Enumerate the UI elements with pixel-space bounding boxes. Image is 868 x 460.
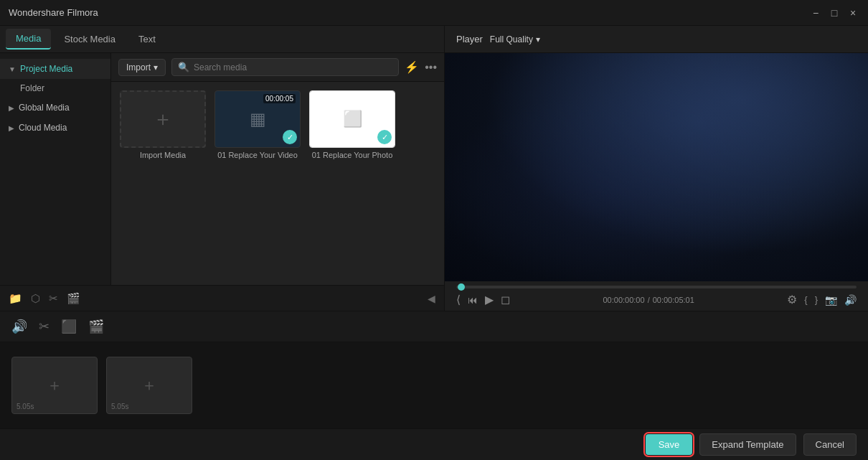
search-input[interactable] [194, 62, 392, 72]
controls-left: ⟨ ⏮ ▶ ◻ [456, 293, 510, 306]
tab-stock-media[interactable]: Stock Media [54, 29, 126, 49]
video-duration: 00:00:05 [263, 94, 296, 103]
arrow-global-media: ▶ [9, 104, 14, 112]
more-options-icon[interactable]: ••• [425, 61, 437, 74]
close-button[interactable]: × [846, 6, 859, 19]
clip2-plus-icon: ＋ [141, 375, 157, 396]
time-display: 00:00:00:00 / 00:00:05:01 [603, 296, 694, 304]
photo-frame-icon: ⬜ [343, 110, 362, 128]
sidebar-item-cloud-media[interactable]: ▶ Cloud Media [0, 118, 110, 138]
clip1-plus-icon: ＋ [47, 375, 62, 396]
sidebar-item-global-media[interactable]: ▶ Global Media [0, 98, 110, 118]
timeline-clip-2[interactable]: ＋ 5.05s [106, 357, 192, 414]
media-item-video[interactable]: 00:00:05 ▦ ✓ 01 Replace Your Video [214, 90, 301, 159]
plus-icon: ＋ [153, 105, 173, 133]
player-label: Player [456, 34, 483, 44]
media-item-import[interactable]: ＋ Import Media [120, 90, 206, 159]
app-title: Wondershare Filmora [9, 7, 98, 18]
search-icon: 🔍 [178, 62, 189, 72]
sidebar-label-cloud-media: Cloud Media [19, 123, 67, 133]
footer-icons: 📁 ⬡ ✂ 🎬 [9, 292, 80, 305]
collapse-button[interactable]: ◀ [428, 293, 435, 304]
player-header: Player Full Quality ▾ [445, 26, 868, 53]
import-media-label: Import Media [140, 151, 186, 159]
expand-template-button[interactable]: Expand Template [699, 433, 796, 456]
clip2-duration: 5.05s [111, 403, 128, 410]
timeline-clip-1[interactable]: ＋ 5.05s [11, 357, 98, 414]
photo-thumb: ⬜ ✓ [309, 90, 395, 148]
maximize-button[interactable]: □ [828, 6, 841, 19]
player-panel: Player Full Quality ▾ ⟨ ⏮ [445, 26, 868, 311]
tab-text[interactable]: Text [128, 29, 166, 49]
photo-check-badge: ✓ [377, 130, 392, 144]
bottom-bar: Save Expand Template Cancel [0, 428, 868, 460]
step-back-button[interactable]: ⟨ [456, 293, 461, 306]
import-button[interactable]: Import ▾ [118, 59, 166, 76]
top-section: Media Stock Media Text ▼ Project Media F… [0, 26, 868, 311]
motion-tool[interactable]: 🎬 [88, 319, 104, 334]
sidebar-item-project-media[interactable]: ▼ Project Media [0, 59, 110, 79]
player-video [445, 53, 868, 281]
settings-button[interactable]: ⚙ [787, 293, 797, 306]
play-button[interactable]: ▶ [485, 293, 494, 306]
import-arrow-icon: ▾ [154, 62, 158, 72]
filter-icon[interactable]: ⚡ [405, 60, 419, 74]
search-box: 🔍 [171, 58, 399, 76]
video-icon: ▦ [250, 109, 266, 129]
sidebar-label-project-media: Project Media [20, 64, 72, 74]
mark-out-button[interactable]: } [815, 294, 818, 305]
media-item-photo[interactable]: ⬜ ✓ 01 Replace Your Photo [309, 90, 395, 159]
crop-tool[interactable]: ⬛ [61, 319, 77, 334]
import-label: Import [126, 62, 151, 72]
save-button[interactable]: Save [646, 434, 693, 455]
audio-tool[interactable]: 🔊 [11, 319, 27, 334]
panel-content: ▼ Project Media Folder ▶ Global Media ▶ … [0, 53, 444, 285]
minimize-button[interactable]: − [809, 6, 822, 19]
media-toolbar: Import ▾ 🔍 ⚡ ••• [111, 53, 444, 82]
quality-selector[interactable]: Full Quality ▾ [490, 34, 540, 44]
volume-button[interactable]: 🔊 [844, 294, 857, 306]
video-thumb: 00:00:05 ▦ ✓ [214, 90, 301, 148]
media-toolbar-icons: ⚡ ••• [405, 60, 437, 74]
titlebar: Wondershare Filmora − □ × [0, 0, 868, 26]
arrow-cloud-media: ▶ [9, 124, 14, 132]
tab-media[interactable]: Media [6, 29, 51, 50]
controls-row: ⟨ ⏮ ▶ ◻ 00:00:00:00 / 00:00:05:01 ⚙ { } [456, 293, 857, 306]
left-panel: Media Stock Media Text ▼ Project Media F… [0, 26, 445, 311]
clip1-duration: 5.05s [16, 403, 34, 410]
window-controls: − □ × [809, 6, 859, 19]
player-controls: ⟨ ⏮ ▶ ◻ 00:00:00:00 / 00:00:05:01 ⚙ { } [445, 281, 868, 311]
photo-label: 01 Replace Your Photo [312, 151, 393, 159]
current-time: 00:00:00:00 [603, 296, 645, 304]
video-label: 01 Replace Your Video [217, 151, 298, 159]
sidebar-label-global-media: Global Media [19, 103, 70, 113]
mark-in-button[interactable]: { [804, 294, 807, 305]
add-smart-icon[interactable]: ⬡ [31, 292, 40, 305]
progress-bar[interactable] [456, 286, 857, 288]
quality-arrow-icon: ▾ [536, 34, 540, 44]
controls-right: ⚙ { } 📷 🔊 [787, 293, 857, 306]
main-container: Media Stock Media Text ▼ Project Media F… [0, 26, 868, 460]
panel-footer: 📁 ⬡ ✂ 🎬 ◀ [0, 285, 444, 311]
video-background [445, 53, 868, 281]
add-tag-icon[interactable]: ✂ [49, 292, 58, 305]
media-area: Import ▾ 🔍 ⚡ ••• [111, 53, 444, 285]
media-grid: ＋ Import Media 00:00:05 ▦ ✓ 01 Replace [111, 82, 444, 285]
cancel-button[interactable]: Cancel [803, 433, 857, 456]
progress-indicator [458, 283, 465, 291]
stop-button[interactable]: ◻ [501, 293, 510, 306]
add-folder-icon[interactable]: 📁 [9, 292, 22, 305]
add-media-icon[interactable]: 🎬 [67, 292, 80, 305]
timeline: ＋ 5.05s ＋ 5.05s [0, 342, 868, 428]
import-thumb: ＋ [120, 90, 206, 148]
sidebar: ▼ Project Media Folder ▶ Global Media ▶ … [0, 53, 111, 285]
snapshot-button[interactable]: 📷 [825, 294, 837, 306]
arrow-project-media: ▼ [9, 65, 16, 73]
tab-bar: Media Stock Media Text [0, 26, 444, 53]
total-time: 00:00:05:01 [653, 296, 694, 304]
time-separator: / [648, 296, 650, 304]
frame-back-button[interactable]: ⏮ [468, 294, 478, 306]
cut-tool[interactable]: ✂ [39, 319, 49, 334]
sidebar-item-folder[interactable]: Folder [0, 79, 110, 98]
quality-label: Full Quality [490, 34, 533, 44]
